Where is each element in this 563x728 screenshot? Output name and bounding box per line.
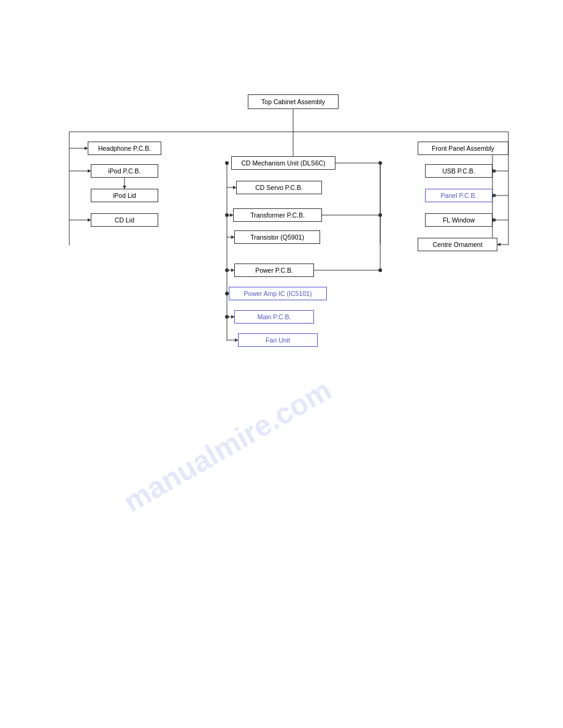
svg-point-29: [225, 161, 229, 165]
node-power-pcb: Power P.C.B.: [234, 264, 314, 277]
node-fl-window: FL Window: [425, 213, 492, 227]
connector-lines: [0, 0, 563, 728]
node-ipod-pcb: iPod P.C.B.: [91, 164, 158, 178]
svg-point-44: [378, 213, 382, 217]
node-ipod-lid: iPod Lid: [91, 189, 158, 202]
node-panel-pcb: Panel P.C.B.: [425, 189, 492, 202]
node-fan-unit: Fan Unit: [238, 333, 318, 347]
node-cd-mechanism: CD Mechanism Unit (DLS6C): [231, 156, 335, 170]
svg-point-48: [225, 315, 229, 319]
diagram-container: Top Cabinet Assembly Headphone P.C.B. iP…: [0, 0, 563, 728]
svg-marker-21: [492, 169, 496, 173]
watermark: manualmire.com: [118, 373, 337, 518]
svg-point-38: [378, 161, 382, 165]
node-transistor: Transistor (Q5901): [234, 230, 320, 244]
svg-point-40: [225, 268, 229, 272]
node-centre-ornament: Centre Ornament: [418, 238, 497, 251]
node-front-panel: Front Panel Assembly: [418, 142, 508, 155]
svg-point-54: [378, 268, 382, 272]
node-headphone-pcb: Headphone P.C.B.: [88, 142, 161, 155]
node-transformer: Transformer P.C.B.: [233, 208, 322, 222]
svg-point-32: [225, 213, 229, 217]
svg-marker-23: [492, 194, 496, 197]
svg-marker-25: [492, 218, 496, 222]
node-main-pcb: Main P.C.B.: [234, 310, 314, 324]
node-usb-pcb: USB P.C.B.: [425, 164, 492, 178]
node-top-cabinet: Top Cabinet Assembly: [248, 94, 339, 109]
node-cd-servo: CD Servo P.C.B.: [236, 181, 322, 194]
node-power-amp: Power Amp IC (IC5101): [229, 287, 327, 300]
svg-marker-27: [497, 243, 500, 246]
node-cd-lid: CD Lid: [91, 213, 158, 227]
